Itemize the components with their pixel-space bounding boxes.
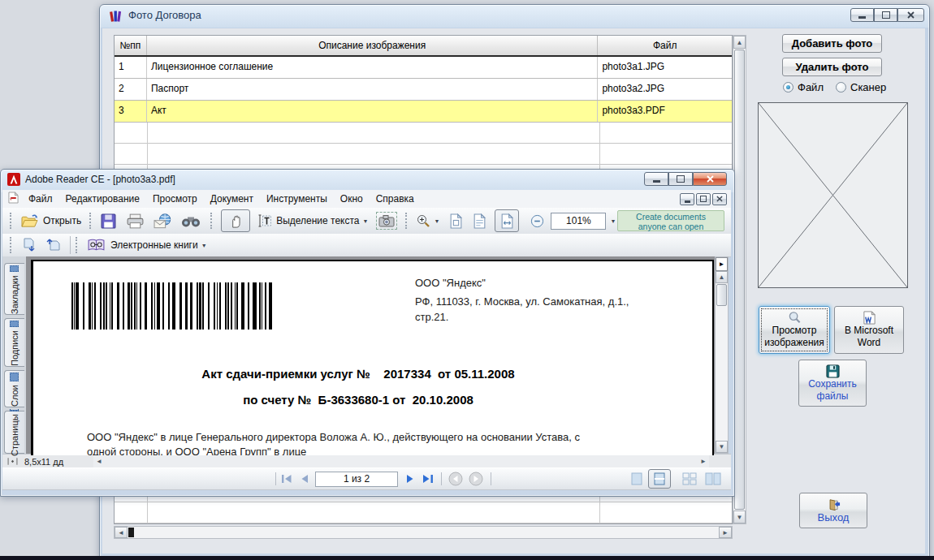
scrollbar-thumb[interactable]	[128, 528, 134, 537]
chevron-down-icon: ▼	[434, 218, 439, 224]
to-word-button[interactable]: В Microsoft Word	[834, 306, 904, 354]
menu-window[interactable]: Окно	[334, 191, 370, 207]
scroll-right-button[interactable]: ►	[719, 527, 732, 538]
continuous-layout-button[interactable]	[648, 469, 671, 489]
actual-size-button[interactable]	[449, 213, 463, 229]
text-select-tool[interactable]: Выделение текста ▼	[257, 213, 368, 228]
table-horizontal-scrollbar[interactable]: ◄ ►	[114, 526, 733, 539]
fit-page-button[interactable]	[473, 213, 486, 229]
maximize-button[interactable]	[874, 8, 897, 22]
toolbar-grip[interactable]	[405, 213, 409, 229]
zoom-level-combo[interactable]: 101%	[551, 213, 606, 230]
single-page-layout-button[interactable]	[630, 472, 643, 485]
zoom-out-button[interactable]	[530, 214, 544, 228]
open-button[interactable]: Открыть	[20, 213, 81, 229]
zoom-tool-button[interactable]: ▼	[416, 213, 439, 228]
save-files-label: Сохранить файлы	[808, 378, 857, 403]
open-label: Открыть	[43, 215, 81, 226]
radio-file-label[interactable]: Файл	[798, 81, 824, 93]
previous-view-circle-button[interactable]	[448, 472, 463, 486]
menu-file[interactable]: Файл	[22, 191, 59, 207]
next-view-button[interactable]	[45, 238, 62, 252]
toolbar-grip[interactable]	[210, 213, 214, 229]
continuous-facing-layout-button[interactable]	[682, 472, 697, 485]
radio-scanner-label[interactable]: Сканер	[850, 81, 886, 93]
toolbar-grip[interactable]	[10, 237, 14, 253]
search-button[interactable]	[181, 214, 201, 228]
mdi-close-button[interactable]	[712, 193, 727, 205]
ebooks-button[interactable]: Электронные книги ▼	[87, 238, 207, 253]
table-row[interactable]: 1 Лицензионное соглашение photo3a1.JPG	[115, 57, 732, 79]
doc-company: ООО "Яндекс"	[415, 275, 486, 291]
print-button[interactable]	[126, 213, 145, 229]
save-files-button[interactable]: Сохранить файлы	[798, 360, 867, 407]
next-page-button[interactable]	[406, 474, 415, 484]
create-documents-promo[interactable]: Create documents anyone can open	[617, 210, 724, 231]
pdf-file-icon	[8, 192, 19, 207]
close-button[interactable]	[897, 8, 924, 22]
toolbar-grip[interactable]	[89, 213, 93, 229]
page-position-value: 1 из 2	[344, 473, 370, 485]
adobe-close-button[interactable]	[693, 172, 727, 186]
mdi-minimize-button[interactable]	[680, 193, 694, 205]
radio-file[interactable]	[783, 82, 793, 93]
view-image-button[interactable]: Просмотр изображения	[759, 306, 830, 354]
menu-view[interactable]: Просмотр	[146, 191, 204, 207]
tab-bookmarks[interactable]: Закладки	[4, 263, 24, 315]
scrollbar-thumb[interactable]	[734, 50, 745, 510]
scroll-down-button[interactable]: ▼	[716, 441, 728, 453]
col-header-file[interactable]: Файл	[598, 36, 732, 55]
previous-view-button[interactable]	[22, 238, 38, 252]
splitter-icon[interactable]	[7, 457, 18, 466]
scroll-left-button[interactable]: ◄	[115, 527, 128, 538]
facing-layout-button[interactable]	[705, 472, 721, 485]
hand-tool-button[interactable]	[221, 209, 250, 232]
minimize-icon	[858, 16, 866, 19]
scrollbar-thumb[interactable]	[716, 284, 727, 306]
last-page-button[interactable]	[422, 474, 434, 484]
menu-document[interactable]: Документ	[204, 191, 260, 207]
pdf-vertical-scrollbar[interactable]: ► ▲ ▼	[715, 256, 729, 454]
page-position-field[interactable]: 1 из 2	[315, 472, 398, 487]
binoculars-icon	[181, 214, 201, 228]
scroll-up-button[interactable]: ▲	[716, 271, 728, 283]
exit-button[interactable]: Выход	[799, 493, 867, 528]
menu-tools[interactable]: Инструменты	[260, 191, 334, 207]
snapshot-tool-button[interactable]	[376, 212, 397, 230]
table-row-selected[interactable]: 3 Акт photo3a3.PDF	[115, 101, 732, 123]
minimize-button[interactable]	[850, 8, 874, 22]
fit-width-button[interactable]	[495, 209, 519, 232]
scroll-down-button[interactable]: ▼	[733, 510, 746, 523]
scroll-right-button[interactable]: ►	[698, 455, 709, 467]
col-header-desc[interactable]: Описание изображения	[147, 36, 599, 55]
layout-facing-icon	[705, 472, 721, 485]
col-header-num[interactable]: №пп	[115, 36, 147, 55]
chevron-down-icon[interactable]: ▼	[610, 218, 616, 224]
scroll-left-button[interactable]: ◄	[93, 455, 105, 467]
tab-signatures[interactable]: Подписи	[4, 318, 24, 367]
delete-photo-button[interactable]: Удалить фото	[782, 58, 882, 76]
scroll-up-button[interactable]: ▲	[733, 36, 746, 49]
next-view-circle-button[interactable]	[469, 472, 483, 486]
menu-edit[interactable]: Редактирование	[59, 191, 146, 207]
previous-view-icon	[22, 238, 38, 252]
panel-toggle-button[interactable]: ►	[716, 257, 728, 271]
previous-page-button[interactable]	[300, 474, 309, 484]
adobe-maximize-button[interactable]	[668, 172, 693, 186]
toolbar-grip[interactable]	[76, 237, 80, 253]
email-button[interactable]	[154, 213, 172, 229]
add-photo-button[interactable]: Добавить фото	[782, 34, 882, 53]
table-row[interactable]: 2 Паспорт photo3a2.JPG	[115, 79, 732, 101]
first-page-button[interactable]	[281, 474, 292, 484]
tab-layers[interactable]: Слои	[4, 370, 24, 407]
doc-body: ООО "Яндекс" в лице Генерального директо…	[87, 430, 672, 455]
barcode	[71, 282, 276, 330]
radio-scanner[interactable]	[836, 82, 846, 93]
tab-pages[interactable]: Страницы	[4, 411, 24, 454]
save-copy-button[interactable]	[101, 213, 116, 229]
menu-help[interactable]: Справка	[370, 191, 421, 207]
adobe-minimize-button[interactable]	[644, 172, 668, 186]
toolbar-grip[interactable]	[10, 213, 14, 229]
mdi-restore-button[interactable]	[696, 193, 711, 205]
pdf-horizontal-scrollbar[interactable]: ◄ ►	[93, 455, 709, 467]
